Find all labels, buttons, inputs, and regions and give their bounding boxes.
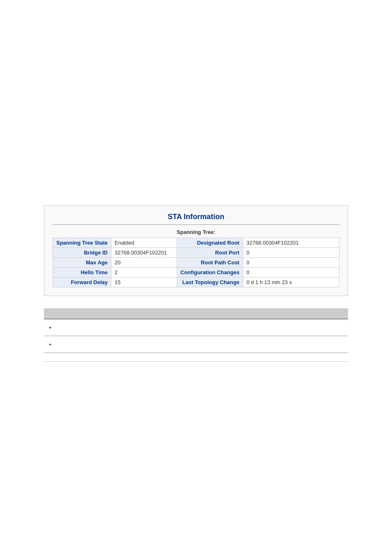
max-age-label: Max Age: [53, 258, 111, 268]
last-topology-change-value: 0 d 1 h 13 min 23 s: [243, 278, 339, 287]
forward-delay-label: Forward Delay: [53, 278, 111, 287]
root-path-cost-value: 0: [243, 258, 339, 268]
root-port-value: 0: [243, 248, 339, 258]
page-wrapper: STA Information Spanning Tree: Spanning …: [0, 0, 392, 555]
bridge-id-label: Bridge ID: [53, 248, 111, 258]
hello-time-label: Hello Time: [53, 268, 111, 278]
last-topology-change-label: Last Topology Change: [177, 278, 243, 287]
list-item: [55, 340, 345, 349]
designated-root-label: Designated Root: [177, 238, 243, 248]
configuration-changes-label: Configuration Changes: [177, 268, 243, 278]
hello-time-value: 2: [111, 268, 177, 278]
root-path-cost-label: Root Path Cost: [177, 258, 243, 268]
forward-delay-value: 15: [111, 278, 177, 287]
sta-divider: [53, 224, 339, 225]
notes-divider-2: [44, 353, 348, 353]
bottom-divider: [44, 361, 348, 362]
table-row: Spanning Tree State Enabled Designated R…: [53, 238, 339, 248]
list-item: [55, 323, 345, 332]
notes-header: [44, 308, 348, 319]
notes-list-2: [44, 336, 348, 353]
table-row: Forward Delay 15 Last Topology Change 0 …: [53, 278, 339, 287]
max-age-value: 20: [111, 258, 177, 268]
notes-section: [44, 308, 348, 353]
sta-info-card: STA Information Spanning Tree: Spanning …: [44, 206, 348, 296]
spanning-tree-state-label: Spanning Tree State: [53, 238, 111, 248]
table-row: Bridge ID 32768.00304F102201 Root Port 0: [53, 248, 339, 258]
bridge-id-value: 32768.00304F102201: [111, 248, 177, 258]
root-port-label: Root Port: [177, 248, 243, 258]
sta-title: STA Information: [53, 213, 339, 221]
spanning-tree-label: Spanning Tree:: [53, 229, 339, 235]
designated-root-value: 32768.00304F102201: [243, 238, 339, 248]
notes-list: [44, 319, 348, 336]
table-row: Hello Time 2 Configuration Changes 0: [53, 268, 339, 278]
table-row: Max Age 20 Root Path Cost 0: [53, 258, 339, 268]
spanning-tree-state-value: Enabled: [111, 238, 177, 248]
sta-table: Spanning Tree State Enabled Designated R…: [53, 238, 339, 287]
configuration-changes-value: 0: [243, 268, 339, 278]
